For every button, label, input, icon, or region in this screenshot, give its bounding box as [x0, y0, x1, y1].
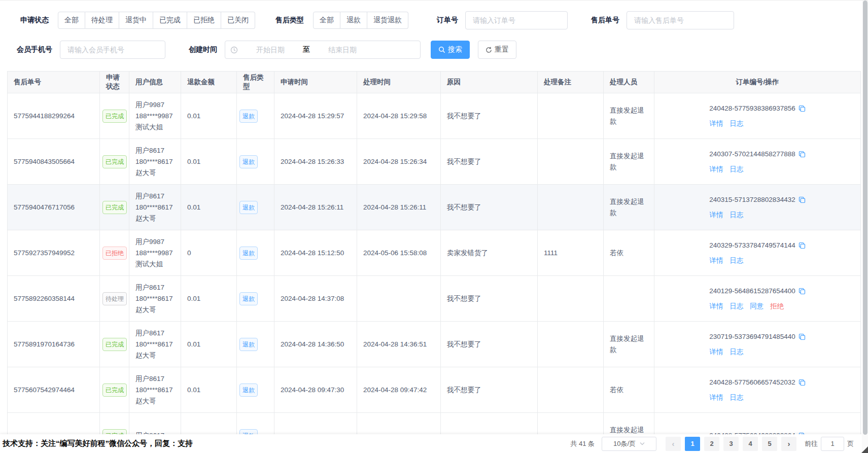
- remark-cell: [538, 322, 604, 367]
- refund-amount-cell: 0.01: [181, 185, 237, 230]
- refund-amount-cell: 0.01: [181, 139, 237, 185]
- page-button-3[interactable]: 3: [723, 437, 739, 451]
- user-info-line: 用户8617: [135, 145, 175, 156]
- phone-input[interactable]: [60, 41, 165, 59]
- aftersale-no-label: 售后单号: [591, 16, 619, 25]
- search-button[interactable]: 搜索: [431, 41, 470, 59]
- user-info-line: 用户8617: [135, 191, 175, 202]
- refund-amount-cell: 0: [181, 230, 237, 276]
- goto-page: 前往 页: [805, 437, 854, 451]
- status-option-1[interactable]: 待处理: [85, 12, 119, 29]
- copy-icon[interactable]: [798, 105, 806, 112]
- refund-amount-cell: 0.01: [181, 322, 237, 367]
- type-option-0[interactable]: 全部: [313, 12, 340, 29]
- action-link[interactable]: 详情: [709, 346, 723, 358]
- handle-time-cell: 2024-04-28 15:26:34: [357, 139, 441, 185]
- action-link[interactable]: 详情: [709, 210, 723, 221]
- type-cell: 退款: [237, 276, 274, 322]
- copy-icon[interactable]: [798, 151, 806, 158]
- user-info-line: 180****8617: [135, 385, 175, 396]
- page-buttons: 12345: [683, 437, 779, 451]
- status-badge: 已完成: [102, 110, 127, 123]
- user-info-line: 赵大哥: [135, 213, 175, 224]
- refresh-icon: [485, 47, 492, 53]
- page-button-4[interactable]: 4: [743, 437, 758, 451]
- type-option-2[interactable]: 退货退款: [367, 12, 408, 29]
- page-button-2[interactable]: 2: [704, 437, 719, 451]
- pagination: 共 41 条 10条/页 ‹ 12345 › 前往 页: [570, 437, 854, 451]
- status-option-5[interactable]: 已关闭: [221, 12, 255, 29]
- vertical-scrollbar-track: [862, 1, 868, 453]
- reason-cell: 我不想要了: [441, 322, 538, 367]
- clock-icon: [230, 46, 238, 54]
- status-option-0[interactable]: 全部: [58, 12, 85, 29]
- status-badge: 已拒绝: [102, 247, 127, 260]
- copy-icon[interactable]: [798, 288, 806, 295]
- handle-time-cell: 2024-04-28 14:36:51: [357, 322, 441, 367]
- aftersale-no-cell: 5775940843505664: [8, 139, 100, 185]
- copy-icon[interactable]: [798, 242, 806, 249]
- reset-button[interactable]: 重置: [478, 41, 516, 59]
- copy-icon[interactable]: [798, 333, 806, 340]
- action-link[interactable]: 详情: [709, 392, 723, 403]
- action-link[interactable]: 日志: [730, 301, 743, 312]
- user-info-line: 测试大姐: [135, 259, 175, 270]
- action-link[interactable]: 日志: [730, 346, 743, 358]
- action-link[interactable]: 拒绝: [770, 301, 784, 312]
- order-no: 230719-5373694791485440: [709, 331, 795, 342]
- handler-cell: 直接发起退款: [604, 139, 654, 185]
- action-link[interactable]: 详情: [709, 255, 723, 266]
- status-option-2[interactable]: 退货中: [119, 12, 153, 29]
- action-link[interactable]: 详情: [709, 301, 723, 312]
- status-badge: 已完成: [102, 338, 127, 351]
- prev-page-button[interactable]: ‹: [666, 437, 681, 451]
- aftersale-no-cell: 5775607542974464: [8, 367, 100, 413]
- status-badge: 已完成: [102, 384, 127, 397]
- filter-row-1: 申请状态 全部待处理退货中已完成已拒绝已关闭 售后类型 全部退款退货退款 订单号…: [20, 11, 868, 29]
- order-no: 240315-5713728802834432: [709, 194, 795, 205]
- date-range-picker[interactable]: 至: [225, 41, 421, 59]
- status-option-4[interactable]: 已拒绝: [187, 12, 221, 29]
- handler-cell: 若依: [604, 367, 654, 413]
- copy-icon[interactable]: [798, 379, 806, 386]
- action-link[interactable]: 日志: [730, 255, 743, 266]
- copy-icon[interactable]: [798, 196, 806, 203]
- status-badge: 已完成: [102, 201, 127, 214]
- status-option-3[interactable]: 已完成: [153, 12, 187, 29]
- page-button-1[interactable]: 1: [685, 437, 700, 451]
- user-info-line: 赵大哥: [135, 396, 175, 407]
- user-info-cell: 用户8617180****8617赵大哥: [129, 322, 181, 367]
- type-badge: 退款: [239, 292, 258, 305]
- order-no-input[interactable]: [465, 11, 568, 29]
- action-link[interactable]: 日志: [730, 392, 743, 403]
- start-date-input[interactable]: [238, 46, 303, 54]
- goto-page-input[interactable]: [821, 437, 844, 451]
- reason-cell: 我不想要了: [441, 185, 538, 230]
- page-button-5[interactable]: 5: [762, 437, 777, 451]
- apply-time-cell: 2024-04-28 15:29:57: [274, 93, 357, 139]
- action-link[interactable]: 详情: [709, 164, 723, 175]
- handle-time-cell: 2024-04-28 09:47:42: [357, 367, 441, 413]
- column-header: 退款金额: [181, 72, 237, 93]
- next-icon: ›: [788, 439, 790, 448]
- phone-label: 会员手机号: [17, 45, 52, 54]
- end-date-input[interactable]: [310, 46, 375, 54]
- action-link[interactable]: 详情: [709, 118, 723, 129]
- type-cell: 退款: [237, 93, 274, 139]
- column-header: 售后类型: [237, 72, 274, 93]
- type-option-1[interactable]: 退款: [340, 12, 367, 29]
- action-link[interactable]: 同意: [750, 301, 763, 312]
- aftersale-no-input[interactable]: [627, 11, 734, 29]
- action-link[interactable]: 日志: [730, 118, 743, 129]
- page-size-select[interactable]: 10条/页: [602, 437, 656, 451]
- user-info-line: 用户8617: [135, 373, 175, 385]
- remark-cell: [538, 139, 604, 185]
- page-size-value: 10条/页: [613, 439, 636, 448]
- next-page-button[interactable]: ›: [781, 437, 796, 451]
- action-link[interactable]: 日志: [730, 210, 743, 221]
- table-row: 5775927357949952已拒绝用户9987188****9987测试大姐…: [8, 230, 861, 276]
- vertical-scrollbar-thumb[interactable]: [863, 1, 867, 435]
- aftersale-no-cell: 5775891970164736: [8, 322, 100, 367]
- action-link[interactable]: 日志: [730, 164, 743, 175]
- handler-cell: 直接发起退款: [604, 322, 654, 367]
